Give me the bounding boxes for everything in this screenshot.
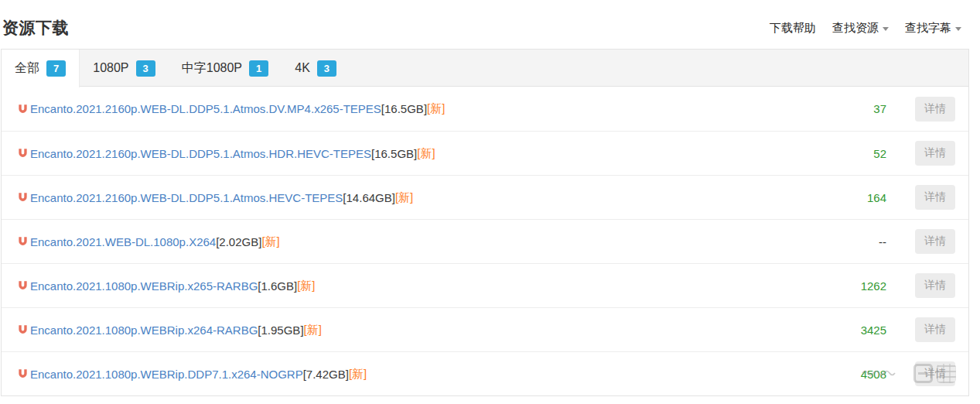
- resource-row-left: Encanto.2021.WEB-DL.1080p.X264 [2.02GB] …: [18, 235, 825, 249]
- resource-size: [7.42GB]: [303, 368, 349, 381]
- filter-tab[interactable]: 中字1080P 1: [169, 50, 282, 87]
- seed-count: 4508: [825, 368, 886, 381]
- magnet-icon: [18, 192, 28, 203]
- header-link[interactable]: 下载帮助: [770, 21, 816, 36]
- seed-count: 37: [825, 102, 886, 115]
- new-tag: [新]: [395, 190, 413, 205]
- magnet-icon: [18, 280, 28, 291]
- header-link[interactable]: 查找资源: [832, 21, 889, 36]
- page-title: 资源下载: [2, 17, 69, 39]
- new-tag: [新]: [427, 101, 445, 116]
- detail-button[interactable]: 详情: [915, 141, 955, 166]
- resource-size: [2.02GB]: [216, 235, 261, 248]
- resource-row: Encanto.2021.1080p.WEBRip.DDP7.1.x264-NO…: [2, 351, 968, 395]
- resource-row: Encanto.2021.1080p.WEBRip.x265-RARBG [1.…: [2, 263, 968, 307]
- tab-label: 4K: [295, 61, 310, 75]
- detail-button[interactable]: 详情: [915, 361, 955, 386]
- resource-link[interactable]: Encanto.2021.1080p.WEBRip.x264-RARBG: [30, 324, 258, 337]
- resource-size: [16.5GB]: [381, 102, 427, 115]
- magnet-icon: [18, 148, 28, 159]
- resource-link[interactable]: Encanto.2021.2160p.WEB-DL.DDP5.1.Atmos.H…: [30, 191, 343, 204]
- resource-row: Encanto.2021.WEB-DL.1080p.X264 [2.02GB] …: [2, 219, 968, 263]
- tab-count-badge: 7: [46, 60, 66, 77]
- resource-size: [1.6GB]: [258, 279, 297, 293]
- resource-list: Encanto.2021.2160p.WEB-DL.DDP5.1.Atmos.D…: [2, 87, 968, 395]
- chevron-down-icon: [883, 27, 889, 31]
- resource-row: Encanto.2021.2160p.WEB-DL.DDP5.1.Atmos.H…: [2, 175, 968, 219]
- detail-button[interactable]: 详情: [915, 273, 955, 298]
- seed-count: 3425: [825, 324, 886, 337]
- seed-count: 164: [825, 191, 886, 204]
- tab-bar: 全部 7 1080P 3 中字1080P 1 4K 3: [2, 50, 968, 87]
- resource-link[interactable]: Encanto.2021.1080p.WEBRip.x265-RARBG: [30, 279, 258, 293]
- seed-count: --: [825, 235, 886, 248]
- header-link-label: 查找字幕: [905, 21, 951, 36]
- chevron-down-icon: [955, 27, 961, 31]
- header-link[interactable]: 查找字幕: [905, 21, 961, 36]
- resource-row: Encanto.2021.2160p.WEB-DL.DDP5.1.Atmos.H…: [2, 131, 968, 175]
- detail-button[interactable]: 详情: [915, 97, 955, 122]
- resource-row: Encanto.2021.1080p.WEBRip.x264-RARBG [1.…: [2, 307, 968, 351]
- tab-label: 全部: [15, 60, 39, 77]
- tab-count-badge: 1: [249, 60, 268, 77]
- resource-panel: 全部 7 1080P 3 中字1080P 1 4K 3: [1, 49, 969, 396]
- detail-button[interactable]: 详情: [915, 185, 955, 210]
- magnet-icon: [18, 104, 28, 115]
- resource-link[interactable]: Encanto.2021.WEB-DL.1080p.X264: [30, 235, 216, 248]
- resource-size: [1.95GB]: [258, 324, 303, 337]
- magnet-icon: [18, 324, 28, 335]
- magnet-icon: [18, 236, 28, 247]
- new-tag: [新]: [304, 323, 322, 337]
- seed-count: 52: [825, 147, 886, 160]
- resource-size: [16.5GB]: [371, 147, 417, 160]
- resource-row-left: Encanto.2021.2160p.WEB-DL.DDP5.1.Atmos.D…: [18, 101, 825, 116]
- header-link-label: 下载帮助: [770, 21, 816, 36]
- filter-tab[interactable]: 4K 3: [282, 50, 350, 87]
- header-links: 下载帮助 查找资源 查找字幕: [770, 21, 961, 36]
- resource-row-left: Encanto.2021.2160p.WEB-DL.DDP5.1.Atmos.H…: [18, 190, 825, 205]
- resource-row-left: Encanto.2021.1080p.WEBRip.x265-RARBG [1.…: [18, 279, 825, 293]
- resource-link[interactable]: Encanto.2021.2160p.WEB-DL.DDP5.1.Atmos.H…: [30, 147, 371, 160]
- tab-count-badge: 3: [317, 60, 336, 77]
- resource-row: Encanto.2021.2160p.WEB-DL.DDP5.1.Atmos.D…: [2, 87, 968, 131]
- tab-label: 中字1080P: [182, 60, 242, 77]
- page-header: 资源下载 下载帮助 查找资源 查找字幕: [0, 0, 980, 46]
- resource-row-left: Encanto.2021.2160p.WEB-DL.DDP5.1.Atmos.H…: [18, 146, 825, 161]
- filter-tab[interactable]: 1080P 3: [80, 50, 169, 87]
- seed-count: 1262: [825, 279, 886, 293]
- header-link-label: 查找资源: [832, 21, 879, 36]
- resource-link[interactable]: Encanto.2021.1080p.WEBRip.DDP7.1.x264-NO…: [30, 368, 303, 381]
- tab-label: 1080P: [93, 61, 128, 75]
- filter-tab[interactable]: 全部 7: [2, 50, 80, 87]
- resource-row-left: Encanto.2021.1080p.WEBRip.DDP7.1.x264-NO…: [18, 367, 825, 382]
- new-tag: [新]: [261, 235, 279, 249]
- resource-row-left: Encanto.2021.1080p.WEBRip.x264-RARBG [1.…: [18, 323, 825, 337]
- new-tag: [新]: [417, 146, 435, 161]
- new-tag: [新]: [349, 367, 367, 382]
- resource-size: [14.64GB]: [343, 191, 395, 204]
- detail-button[interactable]: 详情: [915, 317, 955, 342]
- new-tag: [新]: [297, 279, 315, 293]
- tab-count-badge: 3: [136, 60, 155, 77]
- magnet-icon: [18, 368, 28, 379]
- resource-link[interactable]: Encanto.2021.2160p.WEB-DL.DDP5.1.Atmos.D…: [30, 102, 381, 115]
- detail-button[interactable]: 详情: [915, 229, 955, 254]
- resource-download-page: 资源下载 下载帮助 查找资源 查找字幕: [0, 0, 980, 404]
